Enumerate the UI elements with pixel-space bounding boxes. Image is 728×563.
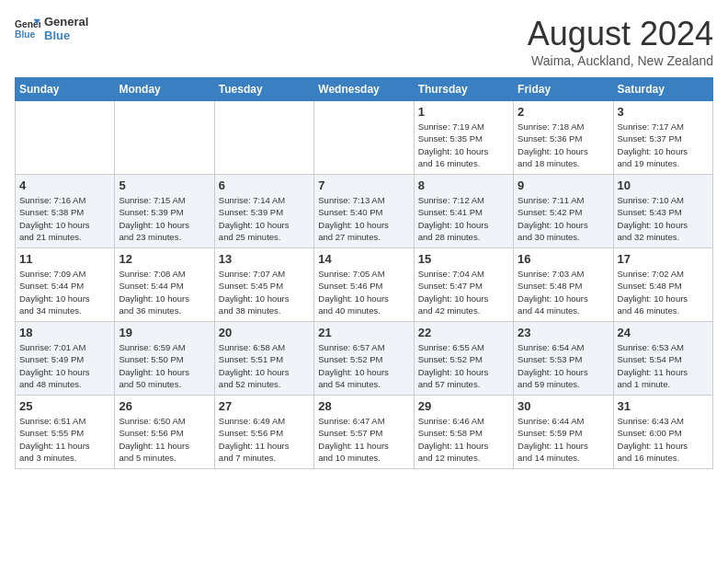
day-number: 8 — [418, 178, 509, 192]
day-number: 30 — [518, 399, 609, 413]
month-title: August 2024 — [528, 15, 713, 53]
day-number: 17 — [618, 252, 709, 266]
day-number: 26 — [119, 399, 210, 413]
calendar-cell: 2Sunrise: 7:18 AM Sunset: 5:36 PM Daylig… — [514, 101, 613, 175]
weekday-header: Saturday — [613, 78, 712, 101]
calendar-cell — [115, 101, 214, 175]
calendar-cell: 1Sunrise: 7:19 AM Sunset: 5:35 PM Daylig… — [414, 101, 513, 175]
day-info: Sunrise: 7:18 AM Sunset: 5:36 PM Dayligh… — [518, 121, 609, 169]
day-number: 12 — [119, 252, 210, 266]
day-number: 2 — [518, 105, 609, 119]
day-number: 6 — [219, 178, 310, 192]
title-block: August 2024 Waima, Auckland, New Zealand — [528, 15, 713, 68]
day-info: Sunrise: 6:57 AM Sunset: 5:52 PM Dayligh… — [318, 341, 409, 390]
calendar-cell: 5Sunrise: 7:15 AM Sunset: 5:39 PM Daylig… — [115, 175, 214, 248]
calendar-table: SundayMondayTuesdayWednesdayThursdayFrid… — [15, 77, 713, 469]
calendar-cell: 28Sunrise: 6:47 AM Sunset: 5:57 PM Dayli… — [314, 396, 414, 469]
day-number: 21 — [318, 326, 409, 339]
calendar-week-row: 4Sunrise: 7:16 AM Sunset: 5:38 PM Daylig… — [16, 175, 713, 248]
day-number: 3 — [618, 105, 709, 119]
day-info: Sunrise: 7:08 AM Sunset: 5:44 PM Dayligh… — [119, 268, 210, 316]
day-number: 23 — [518, 326, 609, 339]
day-number: 15 — [418, 252, 509, 266]
calendar-week-row: 1Sunrise: 7:19 AM Sunset: 5:35 PM Daylig… — [16, 101, 713, 175]
weekday-header: Thursday — [414, 78, 513, 101]
calendar-cell: 27Sunrise: 6:49 AM Sunset: 5:56 PM Dayli… — [214, 396, 313, 469]
day-info: Sunrise: 7:03 AM Sunset: 5:48 PM Dayligh… — [518, 268, 609, 316]
weekday-header: Tuesday — [214, 78, 313, 101]
logo: General Blue General Blue — [15, 15, 88, 42]
day-number: 20 — [219, 326, 310, 339]
day-number: 27 — [219, 399, 310, 413]
day-info: Sunrise: 7:14 AM Sunset: 5:39 PM Dayligh… — [219, 194, 310, 243]
day-number: 25 — [19, 399, 110, 413]
day-number: 31 — [618, 399, 709, 413]
day-info: Sunrise: 6:46 AM Sunset: 5:58 PM Dayligh… — [418, 415, 509, 464]
calendar-cell: 13Sunrise: 7:07 AM Sunset: 5:45 PM Dayli… — [214, 248, 313, 322]
day-number: 5 — [119, 178, 210, 192]
calendar-cell: 12Sunrise: 7:08 AM Sunset: 5:44 PM Dayli… — [115, 248, 214, 322]
day-info: Sunrise: 7:02 AM Sunset: 5:48 PM Dayligh… — [618, 268, 709, 316]
calendar-cell: 15Sunrise: 7:04 AM Sunset: 5:47 PM Dayli… — [414, 248, 513, 322]
calendar-cell: 25Sunrise: 6:51 AM Sunset: 5:55 PM Dayli… — [16, 396, 115, 469]
location: Waima, Auckland, New Zealand — [528, 53, 713, 68]
day-info: Sunrise: 6:49 AM Sunset: 5:56 PM Dayligh… — [219, 415, 310, 464]
calendar-cell: 11Sunrise: 7:09 AM Sunset: 5:44 PM Dayli… — [16, 248, 115, 322]
calendar-cell: 24Sunrise: 6:53 AM Sunset: 5:54 PM Dayli… — [613, 322, 712, 396]
day-info: Sunrise: 6:54 AM Sunset: 5:53 PM Dayligh… — [518, 341, 609, 390]
day-number: 4 — [19, 178, 110, 192]
weekday-header: Monday — [115, 78, 214, 101]
day-info: Sunrise: 6:51 AM Sunset: 5:55 PM Dayligh… — [19, 415, 110, 464]
day-number: 11 — [19, 252, 110, 266]
day-info: Sunrise: 6:43 AM Sunset: 6:00 PM Dayligh… — [618, 415, 709, 464]
calendar-cell: 6Sunrise: 7:14 AM Sunset: 5:39 PM Daylig… — [214, 175, 313, 248]
day-info: Sunrise: 7:13 AM Sunset: 5:40 PM Dayligh… — [318, 194, 409, 243]
logo-icon: General Blue — [15, 16, 40, 41]
logo-line2: Blue — [44, 29, 88, 42]
day-number: 28 — [318, 399, 409, 413]
day-number: 1 — [418, 105, 509, 119]
day-info: Sunrise: 7:17 AM Sunset: 5:37 PM Dayligh… — [618, 121, 709, 169]
day-number: 29 — [418, 399, 509, 413]
weekday-header: Wednesday — [314, 78, 414, 101]
calendar-cell: 19Sunrise: 6:59 AM Sunset: 5:50 PM Dayli… — [115, 322, 214, 396]
day-info: Sunrise: 6:44 AM Sunset: 5:59 PM Dayligh… — [518, 415, 609, 464]
calendar-cell: 30Sunrise: 6:44 AM Sunset: 5:59 PM Dayli… — [514, 396, 613, 469]
day-number: 13 — [219, 252, 310, 266]
day-info: Sunrise: 6:55 AM Sunset: 5:52 PM Dayligh… — [418, 341, 509, 390]
calendar-cell — [214, 101, 313, 175]
day-info: Sunrise: 7:16 AM Sunset: 5:38 PM Dayligh… — [19, 194, 110, 243]
day-info: Sunrise: 7:05 AM Sunset: 5:46 PM Dayligh… — [318, 268, 409, 316]
day-info: Sunrise: 7:10 AM Sunset: 5:43 PM Dayligh… — [618, 194, 709, 243]
calendar-cell: 9Sunrise: 7:11 AM Sunset: 5:42 PM Daylig… — [514, 175, 613, 248]
calendar-cell: 4Sunrise: 7:16 AM Sunset: 5:38 PM Daylig… — [16, 175, 115, 248]
day-number: 14 — [318, 252, 409, 266]
day-info: Sunrise: 6:59 AM Sunset: 5:50 PM Dayligh… — [119, 341, 210, 390]
day-info: Sunrise: 7:07 AM Sunset: 5:45 PM Dayligh… — [219, 268, 310, 316]
calendar-week-row: 25Sunrise: 6:51 AM Sunset: 5:55 PM Dayli… — [16, 396, 713, 469]
day-info: Sunrise: 7:01 AM Sunset: 5:49 PM Dayligh… — [19, 341, 110, 390]
calendar-cell: 22Sunrise: 6:55 AM Sunset: 5:52 PM Dayli… — [414, 322, 513, 396]
day-info: Sunrise: 7:09 AM Sunset: 5:44 PM Dayligh… — [19, 268, 110, 316]
logo-line1: General — [44, 15, 88, 29]
calendar-cell: 10Sunrise: 7:10 AM Sunset: 5:43 PM Dayli… — [613, 175, 712, 248]
day-number: 19 — [119, 326, 210, 339]
weekday-header: Friday — [514, 78, 613, 101]
day-info: Sunrise: 7:11 AM Sunset: 5:42 PM Dayligh… — [518, 194, 609, 243]
day-number: 7 — [318, 178, 409, 192]
calendar-cell — [16, 101, 115, 175]
calendar-cell: 29Sunrise: 6:46 AM Sunset: 5:58 PM Dayli… — [414, 396, 513, 469]
calendar-cell: 18Sunrise: 7:01 AM Sunset: 5:49 PM Dayli… — [16, 322, 115, 396]
day-number: 24 — [618, 326, 709, 339]
calendar-cell: 21Sunrise: 6:57 AM Sunset: 5:52 PM Dayli… — [314, 322, 414, 396]
calendar-cell: 8Sunrise: 7:12 AM Sunset: 5:41 PM Daylig… — [414, 175, 513, 248]
svg-text:Blue: Blue — [15, 29, 36, 40]
calendar-week-row: 18Sunrise: 7:01 AM Sunset: 5:49 PM Dayli… — [16, 322, 713, 396]
calendar-cell: 17Sunrise: 7:02 AM Sunset: 5:48 PM Dayli… — [613, 248, 712, 322]
calendar-cell: 14Sunrise: 7:05 AM Sunset: 5:46 PM Dayli… — [314, 248, 414, 322]
calendar-cell: 23Sunrise: 6:54 AM Sunset: 5:53 PM Dayli… — [514, 322, 613, 396]
day-number: 9 — [518, 178, 609, 192]
day-info: Sunrise: 7:04 AM Sunset: 5:47 PM Dayligh… — [418, 268, 509, 316]
calendar-cell: 7Sunrise: 7:13 AM Sunset: 5:40 PM Daylig… — [314, 175, 414, 248]
calendar-cell: 20Sunrise: 6:58 AM Sunset: 5:51 PM Dayli… — [214, 322, 313, 396]
